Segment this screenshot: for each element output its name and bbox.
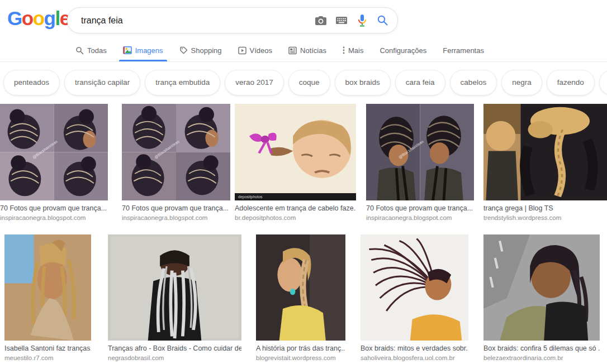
result-domain: inspiracaonegra.blogspot.com — [366, 214, 474, 221]
results-row-2: Isabella Santoni faz tranças... meuestil… — [0, 234, 607, 361]
logo-letter: G — [7, 7, 22, 30]
image-result: @Blackhairideas 70 Fotos que provam que … — [366, 104, 474, 221]
logo-letter: o — [33, 7, 44, 30]
chip-cara-feia[interactable]: cara feia — [395, 70, 445, 95]
result-title[interactable]: trança grega | Blog TS — [483, 204, 607, 212]
search-mode-tabbar: Todas Imagens Shopping — [0, 39, 607, 62]
result-domain: blogrevistait.wordpress.com — [256, 355, 345, 361]
result-thumbnail[interactable]: depositphotos — [235, 104, 356, 200]
result-title[interactable]: 70 Fotos que provam que trança... — [122, 204, 230, 212]
result-title[interactable]: A história por trás das tranç... — [256, 344, 345, 352]
image-result: A história por trás das tranç... blogrev… — [256, 234, 345, 361]
result-thumbnail[interactable]: @Blackhairideas — [0, 104, 108, 200]
image-result: Isabella Santoni faz tranças... meuestil… — [4, 234, 91, 361]
image-result: Tranças afro - Box Braids - Como cuidar … — [108, 234, 241, 361]
tab-label: Todas — [87, 46, 107, 55]
tab-mais[interactable]: Mais — [343, 39, 363, 61]
result-thumbnail[interactable] — [483, 104, 607, 200]
active-tab-underline — [119, 60, 167, 61]
google-logo[interactable]: Google — [7, 7, 70, 30]
camera-icon[interactable] — [310, 8, 331, 33]
result-title[interactable]: 70 Fotos que provam que trança... — [366, 204, 474, 212]
image-icon — [123, 46, 132, 54]
chip-box-braids[interactable]: box braids — [335, 70, 391, 95]
result-thumbnail[interactable] — [361, 234, 468, 341]
result-thumbnail[interactable]: @Blackhairideas — [366, 104, 474, 200]
tab-label: Configurações — [380, 46, 426, 55]
result-title[interactable]: Box braids: confira 5 dilemas que só ... — [483, 344, 600, 352]
result-domain: negrasdobrasil.com — [108, 355, 241, 361]
tab-label: Mais — [348, 46, 363, 55]
result-domain: inspiracaonegra.blogspot.com — [0, 214, 108, 221]
chip-fazendo[interactable]: fazendo — [547, 70, 595, 95]
search-icon — [75, 46, 84, 55]
tab-label: Vídeos — [250, 46, 272, 55]
image-result: depositphotos Adolescente em trança de c… — [235, 104, 356, 221]
tab-label: Ferramentas — [443, 46, 484, 55]
image-result: @Blackhairideas 70 Fotos que provam que … — [0, 104, 108, 221]
result-thumbnail[interactable] — [483, 234, 600, 341]
search-box[interactable]: trança feia — [67, 7, 398, 33]
logo-letter: o — [22, 7, 33, 30]
chip-verao-2017[interactable]: verao 2017 — [225, 70, 284, 95]
google-images-results-page: Google trança feia — [0, 0, 607, 364]
tab-todas[interactable]: Todas — [75, 39, 107, 61]
results-row-1: @Blackhairideas 70 Fotos que provam que … — [0, 104, 607, 221]
result-thumbnail[interactable]: @Blackhairideas — [122, 104, 230, 200]
tab-configuracoes[interactable]: Configurações — [380, 39, 426, 61]
result-thumbnail[interactable] — [108, 234, 241, 341]
search-input[interactable]: trança feia — [81, 16, 310, 26]
result-title[interactable]: Tranças afro - Box Braids - Como cuidar … — [108, 344, 241, 352]
image-result: @Blackhairideas 70 Fotos que provam que … — [122, 104, 230, 221]
header: Google trança feia — [0, 0, 607, 39]
tab-shopping[interactable]: Shopping — [179, 39, 222, 61]
result-domain: trendstylish.wordpress.com — [483, 214, 607, 221]
result-title[interactable]: 70 Fotos que provam que trança... — [0, 204, 108, 212]
tab-noticias[interactable]: Notícias — [288, 39, 326, 61]
chip-coque[interactable]: coque — [288, 70, 330, 95]
result-title[interactable]: Adolescente em trança de cabelo faze... — [235, 204, 356, 212]
result-thumbnail[interactable] — [256, 234, 345, 341]
tab-label: Notícias — [300, 46, 326, 55]
tab-videos[interactable]: Vídeos — [238, 39, 272, 61]
result-domain: inspiracaonegra.blogspot.com — [122, 214, 230, 221]
logo-letter: l — [55, 7, 59, 30]
chip-penteados[interactable]: penteados — [3, 70, 60, 95]
related-searches-chips: penteados transição capilar trança embut… — [0, 62, 607, 104]
result-domain: saholiveira.blogosfera.uol.com.br — [361, 355, 468, 361]
news-icon — [288, 46, 297, 55]
result-thumbnail[interactable] — [4, 234, 91, 341]
image-result: Box braids: confira 5 dilemas que só ...… — [483, 234, 600, 361]
chip-negra[interactable]: negra — [501, 70, 542, 95]
result-domain: belezaextraordinaria.com.br — [483, 355, 600, 361]
tab-label: Shopping — [191, 46, 222, 55]
chip-transicao-capilar[interactable]: transição capilar — [64, 70, 140, 95]
image-result: Box braids: mitos e verdades sobr... sah… — [361, 234, 468, 361]
tab-imagens[interactable]: Imagens — [123, 39, 163, 61]
result-title[interactable]: Box braids: mitos e verdades sobr... — [361, 344, 468, 352]
microphone-icon[interactable] — [352, 8, 372, 33]
more-vertical-icon — [343, 46, 345, 54]
tab-label: Imagens — [135, 46, 163, 55]
logo-letter: g — [44, 7, 55, 30]
chip-cabelos[interactable]: cabelos — [450, 70, 497, 95]
tab-ferramentas[interactable]: Ferramentas — [443, 39, 484, 61]
result-title[interactable]: Isabella Santoni faz tranças... — [4, 344, 91, 352]
search-icon[interactable] — [372, 8, 393, 33]
result-domain: meuestilo.r7.com — [4, 355, 91, 361]
chip-tranca-embutida[interactable]: trança embutida — [145, 70, 220, 95]
chip-tranca-nago[interactable]: trança nagô — [599, 70, 607, 95]
keyboard-icon[interactable] — [331, 8, 352, 33]
video-icon — [238, 46, 246, 55]
image-result: trança grega | Blog TS trendstylish.word… — [483, 104, 607, 221]
result-domain: br.depositphotos.com — [235, 214, 356, 221]
tag-icon — [179, 46, 188, 55]
